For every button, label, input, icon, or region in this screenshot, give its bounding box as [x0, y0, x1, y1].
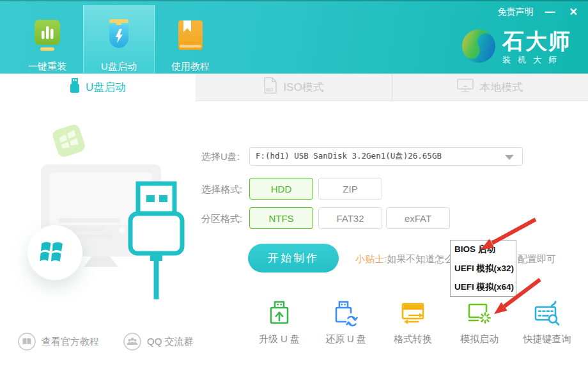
- monitor-stand-illustration: [84, 257, 118, 267]
- local-monitor-icon: [457, 79, 474, 96]
- link-label: 查看官方教程: [42, 336, 99, 348]
- feature-label: 升级 U 盘: [259, 333, 300, 345]
- boot-mode-popup: BIOS 启动 UEFI 模拟(x32) UEFI 模拟(x64): [450, 240, 516, 297]
- official-tutorial-link[interactable]: 查看官方教程: [18, 333, 99, 351]
- tip-prefix: 小贴士:: [355, 253, 387, 264]
- feature-label: 快捷键查询: [523, 333, 571, 345]
- partition-option-fat32[interactable]: FAT32: [318, 207, 382, 229]
- book-circle-icon: [18, 333, 36, 351]
- reinstall-icon: [33, 19, 62, 55]
- feature-restore-usb[interactable]: 还原 U 盘: [311, 299, 381, 345]
- popup-item-uefi-x32[interactable]: UEFI 模拟(x32): [454, 263, 512, 274]
- mode-tabs: U盘启动 ISO ISO模式 本地模式: [0, 74, 588, 101]
- disclaimer-link[interactable]: 免责声明: [498, 6, 534, 18]
- tab-label: U盘启动: [86, 80, 126, 95]
- nav-item-usb-boot[interactable]: U盘启动: [83, 5, 155, 74]
- qq-group-link[interactable]: QQ 交流群: [123, 333, 194, 351]
- popup-item-uefi-x64[interactable]: UEFI 模拟(x64): [454, 281, 512, 293]
- partition-option-exfat[interactable]: exFAT: [386, 207, 450, 229]
- nav-item-reinstall[interactable]: 一键重装: [12, 0, 83, 74]
- usb-select-dropdown[interactable]: F:(hd1) USB SanDisk 3.2Gen1(U盘)26.65GB: [249, 147, 523, 166]
- popup-item-bios[interactable]: BIOS 启动: [454, 244, 512, 255]
- iso-icon-text: ISO: [265, 88, 274, 92]
- dropdown-caret-icon: [505, 155, 514, 160]
- brand-subtitle: 装机大师: [502, 54, 571, 66]
- windows-flag-icon: [40, 239, 70, 267]
- nav-label: U盘启动: [101, 61, 137, 73]
- iso-file-icon: ISO: [263, 77, 277, 97]
- format-convert-icon: [399, 299, 427, 328]
- usb-boot-shield-icon: [104, 19, 134, 55]
- minimize-button[interactable]: —: [543, 6, 558, 18]
- brand-name: 石大师: [502, 29, 571, 52]
- format-option-zip[interactable]: ZIP: [318, 178, 382, 200]
- feature-label: 模拟启动: [460, 333, 499, 345]
- windows-logo-badge: [27, 225, 82, 280]
- partition-option-ntfs[interactable]: NTFS: [249, 207, 313, 229]
- upgrade-usb-icon: [265, 299, 293, 328]
- usb-select-label: 选择U盘:: [201, 151, 240, 163]
- tip-text: 小贴士:如果不知道怎么: [355, 253, 454, 265]
- usb-select-value: F:(hd1) USB SanDisk 3.2Gen1(U盘)26.65GB: [250, 151, 442, 162]
- tip-text-suffix: 配置即可: [518, 253, 556, 265]
- hotkey-search-icon: [533, 299, 561, 328]
- simulate-boot-icon: [465, 299, 493, 328]
- nav-item-tutorial[interactable]: 使用教程: [155, 0, 226, 74]
- format-option-hdd[interactable]: HDD: [249, 178, 313, 200]
- feature-simulate-boot[interactable]: 模拟启动: [444, 299, 514, 345]
- link-label: QQ 交流群: [147, 336, 194, 348]
- tutorial-book-icon: [176, 19, 205, 55]
- usb-stick-icon: [70, 78, 80, 97]
- nav-label: 一键重装: [28, 61, 66, 73]
- tab-label: 本地模式: [479, 80, 523, 95]
- nav-label: 使用教程: [171, 61, 210, 73]
- brand-logo: 石大师 装机大师: [461, 28, 571, 67]
- feature-label: 还原 U 盘: [325, 333, 366, 345]
- feature-hotkey-search[interactable]: 快捷键查询: [512, 299, 582, 345]
- tab-label: ISO模式: [283, 80, 323, 95]
- tab-usb-boot[interactable]: U盘启动: [0, 74, 196, 101]
- brand-swirl-icon: [461, 28, 496, 67]
- window-controls: 免责声明 — ✕: [498, 6, 580, 18]
- close-button[interactable]: ✕: [567, 6, 580, 18]
- qq-group-icon: [123, 333, 141, 351]
- windows-tile-illustration: [51, 123, 87, 159]
- main-nav: 一键重装 U盘启动: [12, 0, 226, 74]
- usb-boot-panel: 选择U盘: F:(hd1) USB SanDisk 3.2Gen1(U盘)26.…: [0, 101, 588, 371]
- header: 一键重装 U盘启动: [0, 0, 588, 74]
- tab-iso-mode[interactable]: ISO ISO模式: [196, 74, 391, 101]
- restore-usb-icon: [332, 299, 360, 328]
- feature-format-convert[interactable]: 格式转换: [378, 299, 448, 345]
- feature-label: 格式转换: [394, 333, 432, 345]
- partition-label: 分区格式:: [201, 213, 242, 225]
- app-window: 一键重装 U盘启动: [0, 0, 588, 371]
- format-label: 选择格式:: [201, 184, 242, 196]
- feature-upgrade-usb[interactable]: 升级 U 盘: [244, 299, 314, 345]
- tab-local-mode[interactable]: 本地模式: [392, 74, 588, 101]
- usb-plug-illustration: [125, 180, 187, 303]
- start-make-button[interactable]: 开始制作: [248, 244, 339, 272]
